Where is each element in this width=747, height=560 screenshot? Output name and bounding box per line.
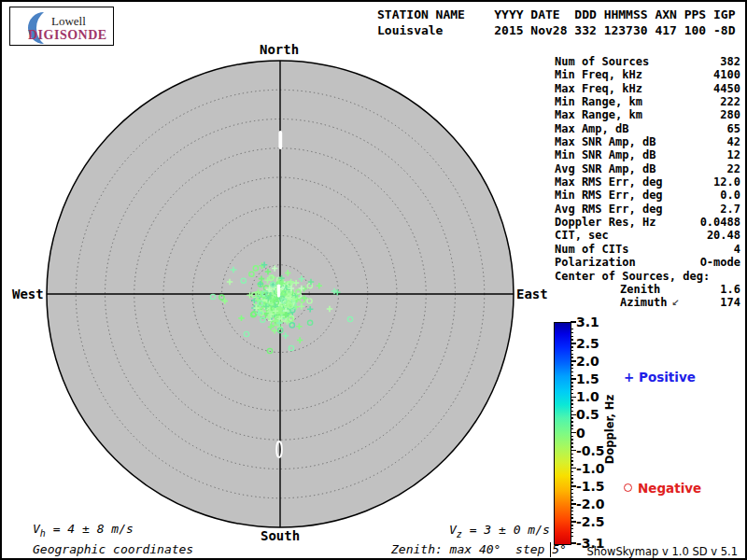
stat-row: Max Freq, kHz4450 — [555, 82, 740, 95]
stat-row: Num of Sources382 — [555, 55, 740, 68]
measurement-stats-panel: Num of Sources382Min Freq, kHz4100Max Fr… — [555, 55, 740, 310]
footer-divider — [550, 542, 551, 557]
compass-label-north: North — [260, 42, 299, 57]
header-columns-line: STATION NAME YYYY DATE DDD HHMMSS AXN PP… — [377, 7, 736, 21]
colorbar-tick-label: -1.5 — [576, 479, 605, 494]
stat-row: Num of CITs4 — [555, 243, 740, 256]
stat-row: CIT, sec20.48 — [555, 229, 740, 242]
stat-row: Azimuth↙174 — [555, 296, 740, 309]
stat-row: Max RMS Err, deg12.0 — [555, 175, 740, 189]
logo-text-digisonde: DIGISONDE — [28, 28, 107, 43]
horizontal-velocity-readout: Vh = 4 ± 8 m/s — [33, 522, 134, 539]
legend-negative-label: Negative — [638, 481, 701, 496]
stat-row: PolarizationO-mode — [555, 256, 740, 269]
legend-negative: Negative — [624, 481, 701, 496]
legend-positive-label: Positive — [639, 370, 696, 385]
axis-white-mark-center — [277, 285, 280, 298]
stat-row: Min Freq, kHz4100 — [555, 68, 740, 81]
showskymap-window: Lowell DIGISONDE STATION NAME YYYY DATE … — [0, 0, 747, 560]
logo-text-lowell: Lowell — [51, 14, 86, 29]
zenith-range-note: Zenith: max 40° step 5° — [391, 542, 567, 556]
colorbar-tick-label: -2.0 — [576, 497, 605, 511]
legend-positive: + Positive — [624, 370, 696, 385]
coordinate-system-label: Geographic coordinates — [33, 542, 193, 556]
app-version-label: ShowSkymap v 1.0 SD v 5.1 — [586, 545, 738, 558]
plus-marker-icon: + — [624, 370, 639, 385]
colorbar-tick-label: 2.0 — [576, 354, 599, 369]
colorbar-tick-label: 0 — [576, 426, 585, 441]
compass-label-south: South — [261, 528, 300, 543]
stat-row: Max SNR Amp, dB42 — [555, 135, 740, 148]
colorbar-tick-label: -1.0 — [576, 461, 605, 476]
stat-row: Min Range, km222 — [555, 95, 740, 108]
compass-label-east: East — [516, 287, 548, 301]
mouse-cursor-icon: ↙ — [668, 298, 680, 308]
doppler-colorbar — [554, 322, 571, 545]
stat-row: Min RMS Err, deg0.0 — [555, 189, 740, 202]
colorbar-tick-label: 0.5 — [576, 407, 599, 422]
header-values-line: Louisvale 2015 Nov28 332 123730 417 100 … — [377, 23, 736, 37]
vertical-velocity-readout: Vz = 3 ± 0 m/s — [449, 523, 550, 539]
colorbar-tick-label: -2.5 — [576, 514, 605, 529]
stat-row: Zenith1.6 — [555, 283, 740, 296]
stat-row: Min SNR Amp, dB12 — [555, 148, 740, 161]
colorbar-tick-label: -0.5 — [576, 443, 605, 458]
colorbar-axis-title: Doppler, Hz — [603, 383, 616, 476]
stat-row: Max Range, km280 — [555, 108, 740, 121]
stat-row: Avg SNR Amp, dB22 — [555, 162, 740, 175]
stat-row: Avg RMS Err, deg2.7 — [555, 203, 740, 216]
lowell-digisonde-logo: Lowell DIGISONDE — [9, 7, 114, 46]
colorbar-tick-label: 2.5 — [576, 336, 599, 351]
stat-row: Doppler Res, Hz0.0488 — [555, 216, 740, 229]
circle-marker-icon — [624, 483, 632, 492]
colorbar-tick-label: 1.5 — [576, 371, 599, 386]
colorbar-tick-label: 3.1 — [576, 315, 599, 329]
colorbar-tick-label: 1.0 — [576, 389, 599, 404]
stat-row: Max Amp, dB65 — [555, 122, 740, 135]
compass-label-west: West — [12, 287, 44, 301]
stat-row: Center of Sources, deg: — [555, 270, 740, 283]
axis-white-mark-top — [278, 131, 282, 149]
station-header: STATION NAME YYYY DATE DDD HHMMSS AXN PP… — [377, 7, 736, 38]
